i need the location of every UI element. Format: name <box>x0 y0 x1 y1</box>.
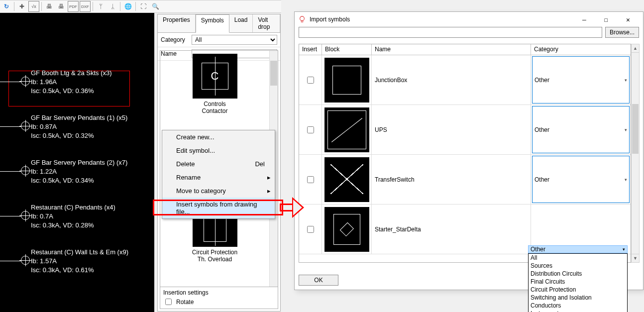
tab-load[interactable]: Load <box>229 14 253 32</box>
symbol-tile[interactable]: Controls Contactor <box>160 54 269 114</box>
grid-body: JunctionBox Other▾ UPS Other▾ TransferSw… <box>299 55 631 262</box>
file-path-input[interactable] <box>299 27 602 38</box>
insert-checkbox[interactable] <box>307 77 314 84</box>
circuit-line2: Ib: 0.87A <box>31 122 127 131</box>
circuit-text: Restaurant (C) Wall Lts & Em (x9) Ib: 1.… <box>31 248 128 275</box>
table-row: UPS Other▾ <box>299 105 631 155</box>
circuit-symbol <box>21 77 30 86</box>
toolbar-sep <box>93 2 93 11</box>
category-dropdown-selected[interactable]: Other ▾ <box>528 245 628 253</box>
globe-icon[interactable]: 🌐 <box>122 1 133 12</box>
circuit-line1: GF Booth Ltg & 2a Skts (x3) <box>31 69 112 78</box>
dropdown-option[interactable]: All <box>529 254 627 262</box>
block-thumb <box>324 207 369 252</box>
scroll-thumb[interactable] <box>632 104 639 154</box>
panel-tabs: Properties Symbols Load Volt drop <box>158 14 280 33</box>
rotate-label: Rotate <box>176 299 194 306</box>
print-icon[interactable]: 🖶 <box>44 1 55 12</box>
menu-item[interactable]: Create new... <box>162 130 275 144</box>
rotate-checkbox[interactable] <box>165 299 172 305</box>
dialog-title: Import symbols <box>310 16 350 23</box>
dropdown-option[interactable]: Final Circuits <box>529 278 627 286</box>
circuit-symbol <box>21 256 30 265</box>
circuit-symbol <box>21 211 30 220</box>
block-thumb <box>324 157 369 202</box>
menu-item[interactable]: Insert symbols from drawing file... <box>162 198 275 218</box>
scrollbar[interactable]: ▲ ▼ <box>631 44 640 263</box>
dropdown-option[interactable]: Circuit Protection <box>529 286 627 294</box>
refresh-icon[interactable]: ↻ <box>1 1 12 12</box>
ok-button[interactable]: OK <box>299 275 338 286</box>
menu-item[interactable]: DeleteDel <box>162 157 275 171</box>
dropdown-option[interactable]: Conductors <box>529 302 627 310</box>
wire <box>0 171 21 172</box>
menu-item[interactable]: Edit symbol... <box>162 144 275 157</box>
table-row: TransferSwitch Other▾ <box>299 155 631 205</box>
insert-checkbox[interactable] <box>307 226 314 233</box>
dialog-path-row: Browse... <box>295 27 643 42</box>
circuit-line3: Isc: 0.5kA, VD: 0.32% <box>31 131 127 140</box>
cell-name: TransferSwitch <box>372 155 531 204</box>
scroll-down-icon[interactable]: ▼ <box>632 254 639 262</box>
col-name[interactable]: Name <box>372 44 531 55</box>
zoom-icon[interactable]: 🔍 <box>150 1 161 12</box>
scroll-up-icon[interactable]: ▲ <box>632 44 639 53</box>
pdf-icon[interactable]: PDF <box>68 1 79 12</box>
dxf-icon[interactable]: DXF <box>80 1 91 12</box>
circuit-line3: Isc: 0.3kA, VD: 0.28% <box>31 221 115 230</box>
col-category[interactable]: Category <box>531 44 631 55</box>
main-app: ↻ ✚ √x 🖶 🖶 PDF DXF ᛘ ᛦ 🌐 ⛶ 🔍 GF Booth Lt… <box>0 0 281 312</box>
hierarchy-icon[interactable]: ᛦ <box>107 1 118 12</box>
col-block[interactable]: Block <box>322 44 372 55</box>
dropdown-option[interactable]: Sources <box>529 262 627 270</box>
circuit-line2: Ib: 0.7A <box>31 212 115 221</box>
toolbar-sep <box>14 2 14 11</box>
tool-icon[interactable]: √x <box>28 1 39 12</box>
minimize-button[interactable]: — <box>573 12 595 26</box>
menu-item[interactable]: Move to category▸ <box>162 184 275 198</box>
circuit-line3: Isc: 0.5kA, VD: 0.34% <box>31 176 127 185</box>
chevron-down-icon: ▾ <box>625 127 627 132</box>
browse-button[interactable]: Browse... <box>605 27 639 38</box>
tab-voltdrop[interactable]: Volt drop <box>253 14 280 32</box>
tree-icon[interactable]: ᛘ <box>95 1 106 12</box>
dialog-footer: OK <box>299 275 338 286</box>
circuit-line2: Ib: 1.96A <box>31 78 112 87</box>
menu-item[interactable]: Rename▸ <box>162 171 275 184</box>
col-insert[interactable]: Insert <box>299 44 322 55</box>
category-dropdown-list[interactable]: AllSourcesDistribution CircuitsFinal Cir… <box>528 253 628 312</box>
category-dropdown[interactable]: Other▾ <box>532 56 630 104</box>
tab-properties[interactable]: Properties <box>158 14 196 32</box>
rotate-option[interactable]: Rotate <box>163 297 275 307</box>
dropdown-value: Other <box>531 246 545 253</box>
insert-checkbox[interactable] <box>307 176 314 183</box>
maximize-button[interactable]: ☐ <box>595 12 617 26</box>
wire <box>0 261 21 261</box>
insert-checkbox[interactable] <box>307 126 314 133</box>
symbol-caption: Controls <box>160 101 269 107</box>
category-dropdown[interactable]: Other▾ <box>532 156 630 203</box>
drawing-canvas[interactable]: GF Booth Ltg & 2a Skts (x3) Ib: 1.96A Is… <box>0 13 154 312</box>
bulb-icon <box>299 16 306 23</box>
circuit-line3: Isc: 0.5kA, VD: 0.36% <box>31 87 112 96</box>
category-select[interactable]: All <box>192 35 277 45</box>
tool-icon[interactable]: ✚ <box>16 1 27 12</box>
grid-header: Insert Block Name Category <box>299 44 631 55</box>
cell-block <box>322 205 372 254</box>
filter-category-row: Category All <box>158 33 280 47</box>
circuit-symbol <box>21 121 30 130</box>
submenu-arrow-icon: ▸ <box>267 174 271 181</box>
print-preview-icon[interactable]: 🖶 <box>56 1 67 12</box>
circuit-line1: GF Bar Servery Pendants (1) (x5) <box>31 113 127 122</box>
cell-insert <box>299 105 322 154</box>
scroll-thumb[interactable] <box>270 61 277 86</box>
dropdown-option[interactable]: Distribution Circuits <box>529 270 627 278</box>
dropdown-option[interactable]: Instrument <box>529 310 627 312</box>
close-button[interactable]: ✕ <box>617 12 639 26</box>
category-dropdown[interactable]: Other▾ <box>532 106 630 153</box>
tab-symbols[interactable]: Symbols <box>196 14 229 33</box>
wire <box>0 216 21 216</box>
circuit-line1: GF Bar Servery Pendants (2) (x7) <box>31 158 127 167</box>
fit-icon[interactable]: ⛶ <box>138 1 149 12</box>
dropdown-option[interactable]: Switching and Isolation <box>529 294 627 302</box>
